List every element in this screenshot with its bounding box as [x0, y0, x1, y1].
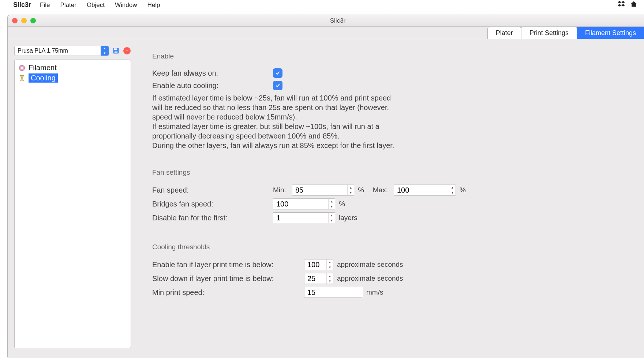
slow-down-below-value[interactable] [304, 273, 326, 284]
stepper-up-icon[interactable]: ▲ [348, 185, 354, 190]
disable-fan-first-input[interactable]: ▲▼ [273, 212, 335, 223]
preset-select[interactable]: Prusa PLA 1.75mm ▲▼ [14, 46, 109, 56]
bridges-fan-speed-label: Bridges fan speed: [152, 200, 273, 208]
preset-value: Prusa PLA 1.75mm [18, 48, 68, 54]
mac-menubar: Slic3r File Plater Object Window Help [0, 0, 644, 10]
max-label: Max: [373, 186, 388, 194]
slow-down-below-input[interactable]: ▲▼ [304, 273, 333, 284]
dropbox-icon[interactable] [618, 0, 625, 10]
stepper-down-icon[interactable]: ▼ [329, 218, 335, 223]
stepper-up-icon[interactable]: ▲ [449, 185, 456, 190]
unit-percent: % [460, 186, 466, 194]
menu-object[interactable]: Object [87, 1, 105, 9]
tree-item-cooling[interactable]: Cooling [17, 73, 128, 83]
unit-percent: % [339, 200, 345, 208]
fan-speed-max-value[interactable] [394, 185, 449, 195]
preset-stepper-icon[interactable]: ▲▼ [101, 46, 109, 56]
section-cooling-thresholds: Cooling thresholds Enable fan if layer p… [152, 238, 633, 299]
settings-content: Enable Keep fan always on: Enable auto c… [138, 39, 644, 357]
unit-mms: mm/s [366, 288, 383, 296]
spool-icon [18, 64, 26, 72]
stepper-up-icon[interactable]: ▲ [329, 199, 335, 204]
fan-speed-max-input[interactable]: ▲▼ [394, 185, 456, 196]
stepper-down-icon[interactable]: ▼ [327, 278, 333, 284]
section-title: Fan settings [152, 168, 633, 177]
section-fan-settings: Fan settings Fan speed: Min: ▲▼ % Max: [152, 163, 633, 225]
menu-file[interactable]: File [40, 1, 50, 9]
enable-fan-below-value[interactable] [304, 259, 326, 270]
section-title: Enable [152, 52, 633, 60]
titlebar: Slic3r [8, 15, 644, 27]
enable-fan-below-label: Enable fan if layer print time is below: [152, 261, 304, 269]
section-title: Cooling thresholds [152, 243, 633, 251]
svg-point-4 [21, 67, 23, 69]
fan-speed-label: Fan speed: [152, 186, 273, 194]
close-window-button[interactable] [12, 18, 18, 23]
fan-speed-min-input[interactable]: ▲▼ [292, 185, 354, 196]
min-print-speed-input[interactable] [304, 287, 363, 298]
home-icon[interactable] [630, 0, 637, 10]
slow-down-below-label: Slow down if layer print time is below: [152, 274, 304, 283]
menu-plater[interactable]: Plater [60, 1, 76, 9]
menu-window[interactable]: Window [115, 1, 137, 9]
cooling-description: If estimated layer time is below ~25s, f… [152, 93, 401, 150]
stepper-down-icon[interactable]: ▼ [327, 265, 333, 270]
tab-plater[interactable]: Plater [487, 27, 521, 39]
tab-print-settings[interactable]: Print Settings [521, 27, 577, 39]
app-name[interactable]: Slic3r [13, 1, 31, 9]
section-enable: Enable Keep fan always on: Enable auto c… [152, 47, 633, 150]
svg-rect-2 [115, 52, 117, 53]
min-print-speed-value[interactable] [304, 287, 363, 297]
enable-fan-below-input[interactable]: ▲▼ [304, 259, 333, 270]
auto-cooling-label: Enable auto cooling: [152, 81, 273, 90]
bridges-fan-speed-value[interactable] [273, 199, 328, 209]
stepper-up-icon[interactable]: ▲ [327, 259, 333, 265]
tree-item-filament[interactable]: Filament [17, 63, 128, 73]
stepper-up-icon[interactable]: ▲ [329, 213, 335, 218]
unit-approx-seconds: approximate seconds [337, 261, 403, 269]
stepper-down-icon[interactable]: ▼ [329, 204, 335, 209]
tree-item-label: Cooling [29, 73, 58, 83]
auto-cooling-checkbox[interactable] [273, 81, 282, 90]
settings-tree: Filament Cooling [14, 60, 131, 348]
min-print-speed-label: Min print speed: [152, 288, 304, 297]
traffic-lights [12, 18, 36, 23]
stepper-down-icon[interactable]: ▼ [449, 190, 456, 195]
fan-speed-min-value[interactable] [292, 185, 347, 195]
minimize-window-button[interactable] [21, 18, 27, 23]
disable-fan-first-value[interactable] [273, 213, 328, 223]
min-label: Min: [273, 186, 286, 194]
svg-rect-1 [114, 48, 117, 50]
tree-item-label: Filament [29, 64, 57, 72]
zoom-window-button[interactable] [30, 18, 36, 23]
delete-preset-button[interactable]: − [123, 47, 131, 55]
hourglass-icon [18, 75, 26, 82]
save-preset-button[interactable] [112, 47, 120, 55]
app-window: Slic3r Plater Print Settings Filament Se… [7, 15, 644, 357]
unit-layers: layers [339, 214, 357, 222]
menu-help[interactable]: Help [147, 1, 160, 9]
keep-fan-label: Keep fan always on: [152, 69, 273, 77]
stepper-down-icon[interactable]: ▼ [348, 190, 354, 195]
bridges-fan-speed-input[interactable]: ▲▼ [273, 198, 335, 209]
stepper-up-icon[interactable]: ▲ [327, 273, 333, 278]
tab-filament-settings[interactable]: Filament Settings [577, 27, 644, 39]
window-title: Slic3r [36, 17, 640, 24]
tab-bar: Plater Print Settings Filament Settings [8, 27, 644, 39]
sidebar: Prusa PLA 1.75mm ▲▼ − Filament [8, 39, 138, 357]
unit-approx-seconds: approximate seconds [337, 274, 403, 283]
unit-percent: % [358, 186, 364, 194]
disable-fan-first-label: Disable fan for the first: [152, 214, 273, 222]
keep-fan-checkbox[interactable] [273, 68, 282, 78]
